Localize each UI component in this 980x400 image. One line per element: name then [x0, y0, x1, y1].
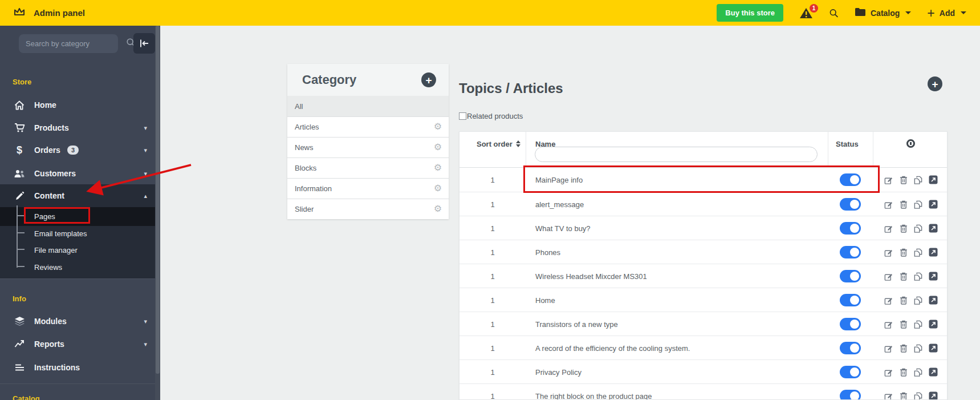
status-toggle[interactable]: [840, 198, 861, 211]
delete-icon[interactable]: [898, 296, 908, 305]
gear-icon[interactable]: ⚙: [434, 122, 442, 131]
open-page-icon[interactable]: [928, 272, 938, 281]
gear-icon[interactable]: ⚙: [434, 163, 442, 172]
duplicate-icon[interactable]: [913, 391, 923, 400]
duplicate-icon[interactable]: [913, 248, 923, 257]
add-article-button[interactable]: +: [928, 76, 942, 91]
category-item-articles[interactable]: Articles ⚙: [287, 116, 449, 137]
name-filter-input[interactable]: [535, 147, 818, 162]
sidebar-item-home[interactable]: Home: [0, 94, 155, 116]
edit-icon[interactable]: [884, 367, 893, 377]
table-row[interactable]: 1 alert_message: [459, 192, 947, 216]
status-toggle[interactable]: [840, 246, 861, 258]
delete-icon[interactable]: [898, 391, 908, 400]
category-item-label: Slider: [295, 205, 314, 213]
related-products-checkbox[interactable]: Related products: [459, 112, 523, 120]
sidebar-subitem-reviews[interactable]: Reviews: [34, 258, 62, 276]
sidebar-item-modules[interactable]: Modules ▾: [0, 310, 155, 333]
duplicate-icon[interactable]: [913, 367, 923, 377]
open-page-icon[interactable]: [928, 367, 938, 377]
delete-icon[interactable]: [898, 367, 908, 377]
edit-icon[interactable]: [884, 272, 893, 281]
table-row[interactable]: 1 Privacy Policy: [459, 359, 947, 383]
toggle-knob: [850, 175, 859, 184]
delete-icon[interactable]: [898, 272, 908, 281]
warnings-button[interactable]: 1: [799, 7, 813, 19]
table-row[interactable]: 1 Wireless Headset Mixcder MS301: [459, 264, 947, 288]
open-page-icon[interactable]: [928, 175, 938, 185]
sidebar-item-content[interactable]: Content ▴: [0, 184, 155, 207]
edit-icon[interactable]: [884, 296, 893, 305]
open-page-icon[interactable]: [928, 391, 938, 400]
duplicate-icon[interactable]: [913, 272, 923, 281]
sidebar-scrollbar[interactable]: [155, 26, 160, 400]
open-page-icon[interactable]: [928, 200, 938, 209]
table-row[interactable]: 1 A record of the efficiency of the cool…: [459, 336, 947, 359]
edit-icon[interactable]: [884, 344, 893, 353]
open-page-icon[interactable]: [928, 224, 938, 233]
duplicate-icon[interactable]: [913, 320, 923, 329]
gear-icon[interactable]: ⚙: [434, 204, 442, 213]
add-menu[interactable]: + Add: [927, 7, 966, 19]
duplicate-icon[interactable]: [913, 175, 923, 185]
category-item-slider[interactable]: Slider ⚙: [287, 199, 449, 219]
delete-icon[interactable]: [898, 248, 908, 257]
table-row[interactable]: 1 Transistors of a new type: [459, 312, 947, 336]
open-page-icon[interactable]: [928, 320, 938, 329]
sidebar-subitem-email-templates[interactable]: Email templates: [34, 225, 87, 242]
duplicate-icon[interactable]: [913, 296, 923, 305]
add-category-button[interactable]: +: [421, 72, 436, 87]
status-toggle[interactable]: [840, 318, 861, 330]
catalog-menu-label: Catalog: [871, 9, 900, 18]
sidebar-collapse-button[interactable]: [133, 33, 155, 54]
open-page-icon[interactable]: [928, 296, 938, 305]
table-row[interactable]: 1 Phones: [459, 240, 947, 264]
table-row[interactable]: 1 The right block on the product page: [459, 383, 947, 400]
status-toggle[interactable]: [840, 270, 861, 282]
edit-icon[interactable]: [884, 320, 893, 329]
checkbox-icon[interactable]: [459, 112, 466, 120]
buy-this-store-button[interactable]: Buy this store: [717, 4, 783, 22]
sort-order-toggle[interactable]: [516, 140, 521, 147]
sidebar-item-instructions[interactable]: Instructions: [0, 356, 155, 379]
sidebar-search-input[interactable]: [26, 39, 126, 48]
global-search-button[interactable]: [829, 8, 839, 18]
sidebar-item-reports[interactable]: Reports ▾: [0, 333, 155, 355]
delete-icon[interactable]: [898, 224, 908, 233]
edit-icon[interactable]: [884, 248, 893, 257]
status-toggle[interactable]: [840, 173, 861, 186]
edit-icon[interactable]: [884, 391, 893, 400]
category-item-information[interactable]: Information ⚙: [287, 178, 449, 199]
status-toggle[interactable]: [840, 294, 861, 306]
edit-icon[interactable]: [884, 175, 893, 185]
sidebar-item-orders[interactable]: $ Orders 3 ▾: [0, 139, 155, 161]
open-page-icon[interactable]: [928, 344, 938, 353]
sidebar-subitem-file-manager[interactable]: File manager: [34, 241, 78, 258]
category-item-blocks[interactable]: Blocks ⚙: [287, 157, 449, 178]
edit-icon[interactable]: [884, 200, 893, 209]
duplicate-icon[interactable]: [913, 224, 923, 233]
gear-icon[interactable]: ⚙: [434, 143, 442, 152]
status-toggle[interactable]: [840, 366, 861, 378]
sidebar-item-customers[interactable]: Customers ▾: [0, 162, 155, 185]
delete-icon[interactable]: [898, 344, 908, 353]
status-toggle[interactable]: [840, 342, 861, 354]
delete-icon[interactable]: [898, 175, 908, 185]
scrollbar-thumb[interactable]: [156, 26, 160, 374]
delete-icon[interactable]: [898, 320, 908, 329]
category-item-news[interactable]: News ⚙: [287, 137, 449, 157]
category-item-all[interactable]: All: [287, 96, 449, 116]
status-toggle[interactable]: [840, 222, 861, 235]
table-row[interactable]: 1 Home: [459, 288, 947, 312]
catalog-menu[interactable]: Catalog: [855, 7, 911, 18]
edit-icon[interactable]: [884, 224, 893, 233]
sidebar-item-products[interactable]: Products ▾: [0, 116, 155, 139]
open-page-icon[interactable]: [928, 248, 938, 257]
duplicate-icon[interactable]: [913, 344, 923, 353]
duplicate-icon[interactable]: [913, 200, 923, 209]
delete-icon[interactable]: [898, 200, 908, 209]
gear-icon[interactable]: ⚙: [434, 184, 442, 193]
table-row[interactable]: 1 What TV to buy?: [459, 216, 947, 240]
table-row[interactable]: 1 MainPage info: [459, 168, 947, 192]
status-toggle[interactable]: [840, 390, 861, 400]
